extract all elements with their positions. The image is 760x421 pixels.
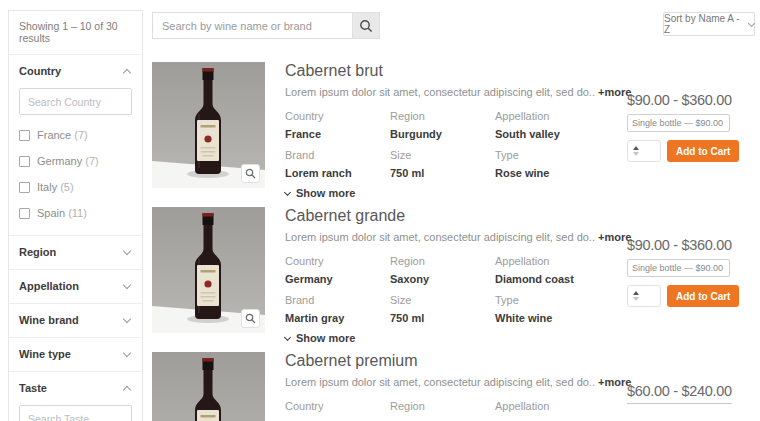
checkbox-icon[interactable] <box>19 156 30 167</box>
taste-search-input[interactable] <box>19 405 132 421</box>
attribute-label: Size <box>390 294 495 306</box>
filter-option-spain[interactable]: Spain (11) <box>9 207 142 219</box>
show-more-toggle[interactable]: Show more <box>285 187 355 199</box>
filter-option-count: (7) <box>85 155 98 167</box>
filter-section-taste: Taste Citrus (10) Floral (8) <box>9 372 142 421</box>
show-more-label: Show more <box>296 187 355 199</box>
quantity-input[interactable] <box>642 142 658 160</box>
checkbox-icon[interactable] <box>19 182 30 193</box>
sort-dropdown[interactable]: Sort by Name A - Z <box>663 12 755 36</box>
attribute-value: 750 ml <box>390 167 495 179</box>
product-attributes: CountryFrance RegionBurgundy Appellation… <box>285 101 620 179</box>
product-title: Cabernet premium <box>285 352 620 370</box>
filter-section-appellation-header[interactable]: Appellation <box>9 270 142 301</box>
quantity-stepper[interactable] <box>627 140 661 162</box>
filter-section-wine-type: Wine type <box>9 338 142 372</box>
filter-section-appellation: Appellation <box>9 270 142 304</box>
filter-section-label: Country <box>19 65 61 77</box>
filter-section-country: Country France (7) Germany (7) Italy (5)… <box>9 55 142 236</box>
chevron-down-icon <box>123 247 131 255</box>
stepper-down-icon[interactable] <box>633 152 639 156</box>
product-purchase-panel: $90.00 - $360.00 Single bottle — $90.00 … <box>627 237 755 307</box>
attribute-value: Burgundy <box>390 128 495 140</box>
stepper-up-icon[interactable] <box>633 291 639 295</box>
attribute-label: Country <box>285 400 390 412</box>
filter-option-label: Spain <box>37 207 65 219</box>
attribute-value: France <box>285 128 390 140</box>
checkbox-icon[interactable] <box>19 130 30 141</box>
filter-option-label: France <box>37 129 71 141</box>
product-image[interactable] <box>152 62 265 188</box>
checkbox-icon[interactable] <box>19 208 30 219</box>
filter-option-label: Italy <box>37 181 57 193</box>
filter-section-label: Wine brand <box>19 314 79 326</box>
product-card: Cabernet premium Lorem ipsum dolor sit a… <box>152 352 755 421</box>
attribute-label: Appellation <box>495 110 620 122</box>
quantity-input[interactable] <box>642 287 658 305</box>
attribute-value: Saxony <box>390 273 495 285</box>
show-more-toggle[interactable]: Show more <box>285 332 355 344</box>
product-image[interactable] <box>152 352 265 421</box>
attribute-label: Brand <box>285 149 390 161</box>
filter-option-france[interactable]: France (7) <box>9 129 142 141</box>
results-count: Showing 1 – 10 of 30 results <box>9 11 142 55</box>
magnifier-icon <box>245 168 256 179</box>
stepper-up-icon[interactable] <box>633 146 639 150</box>
filter-section-region-header[interactable]: Region <box>9 236 142 267</box>
attribute-label: Appellation <box>495 400 620 412</box>
country-search-input[interactable] <box>19 88 132 115</box>
product-info: Cabernet premium Lorem ipsum dolor sit a… <box>285 352 620 412</box>
wine-bottle-photo <box>152 352 265 421</box>
attribute-label: Country <box>285 110 390 122</box>
wine-search-bar <box>152 12 380 39</box>
image-zoom-button[interactable] <box>241 309 260 328</box>
filter-section-wine-type-header[interactable]: Wine type <box>9 338 142 369</box>
image-zoom-button[interactable] <box>241 164 260 183</box>
add-to-cart-button[interactable]: Add to Cart <box>667 140 739 162</box>
filter-option-italy[interactable]: Italy (5) <box>9 181 142 193</box>
chevron-down-icon <box>123 315 131 323</box>
filter-option-count: (11) <box>68 207 87 219</box>
filter-option-germany[interactable]: Germany (7) <box>9 155 142 167</box>
product-title: Cabernet brut <box>285 62 620 80</box>
filter-section-taste-header[interactable]: Taste <box>9 372 142 403</box>
magnifier-icon <box>245 313 256 324</box>
variant-select[interactable]: Single bottle — $90.00 <box>627 259 730 277</box>
add-to-cart-button[interactable]: Add to Cart <box>667 285 739 307</box>
sort-dropdown-label: Sort by Name A - Z <box>664 13 744 35</box>
quantity-stepper[interactable] <box>627 285 661 307</box>
chevron-down-icon <box>123 281 131 289</box>
chevron-down-icon <box>748 20 755 27</box>
product-info: Cabernet brut Lorem ipsum dolor sit amet… <box>285 62 620 199</box>
filter-section-wine-brand: Wine brand <box>9 304 142 338</box>
wine-search-input[interactable] <box>152 12 352 39</box>
filter-section-wine-brand-header[interactable]: Wine brand <box>9 304 142 335</box>
filter-section-label: Taste <box>19 382 47 394</box>
filter-section-country-header[interactable]: Country <box>9 55 142 86</box>
attribute-label: Region <box>390 400 495 412</box>
product-info: Cabernet grande Lorem ipsum dolor sit am… <box>285 207 620 344</box>
attribute-value: White wine <box>495 312 620 324</box>
product-card: Cabernet grande Lorem ipsum dolor sit am… <box>152 207 755 333</box>
filter-section-region: Region <box>9 236 142 270</box>
search-icon <box>359 19 373 33</box>
chevron-down-icon <box>284 333 291 340</box>
product-attributes: Country Region Appellation <box>285 391 620 412</box>
attribute-label: Size <box>390 149 495 161</box>
search-button[interactable] <box>352 12 380 39</box>
attribute-value: South valley <box>495 128 620 140</box>
variant-select[interactable]: Single bottle — $90.00 <box>627 114 730 132</box>
attribute-value: Lorem ranch <box>285 167 390 179</box>
attribute-value: Diamond coast <box>495 273 620 285</box>
chevron-down-icon <box>284 188 291 195</box>
attribute-label: Region <box>390 110 495 122</box>
product-image[interactable] <box>152 207 265 333</box>
attribute-label: Appellation <box>495 255 620 267</box>
product-description: Lorem ipsum dolor sit amet, consectetur … <box>285 376 620 388</box>
product-card: Cabernet brut Lorem ipsum dolor sit amet… <box>152 62 755 188</box>
product-attributes: CountryGermany RegionSaxony AppellationD… <box>285 246 620 324</box>
attribute-label: Brand <box>285 294 390 306</box>
stepper-down-icon[interactable] <box>633 297 639 301</box>
filter-section-label: Wine type <box>19 348 71 360</box>
filter-option-count: (5) <box>60 181 73 193</box>
